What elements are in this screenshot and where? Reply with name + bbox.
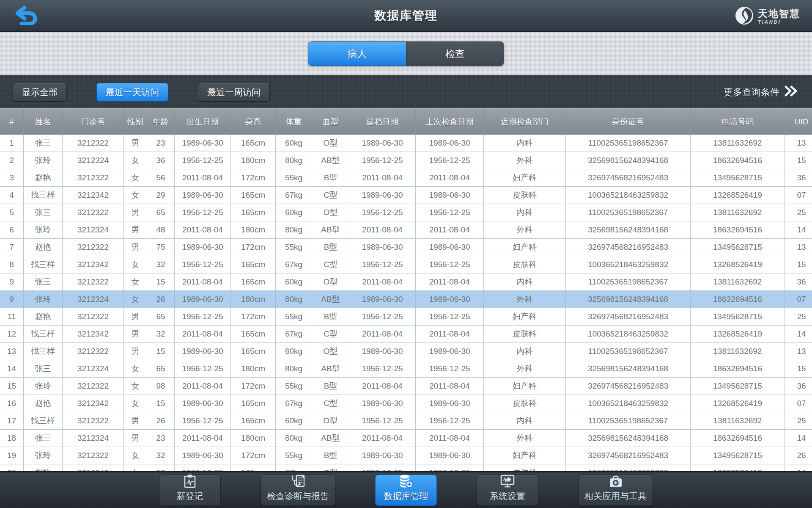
monitor-gear-icon [500,474,515,488]
cell-height: 180cm [231,430,276,447]
cell-recent-exam-dept: 外科 [484,360,566,378]
cell-record-date: 1989-06-30 [349,187,416,204]
cell-weight: 60kg [276,135,312,152]
cell-gender: 女 [124,360,147,378]
cell-birth-date: 1956-12-25 [175,204,231,221]
column-header-id-number: 身份证号 [566,109,691,135]
table-row[interactable]: 12找三样3212342男322011-08-04165cm67kgC型2011… [0,326,812,343]
cell-blood-type: C型 [312,256,349,273]
cell-weight: 55kg [276,169,312,187]
cell-age: 15 [147,343,175,360]
cell-gender: 女 [124,291,147,308]
cell-outpatient-no: 3212342 [63,256,124,273]
cell-blood-type: O型 [312,273,349,291]
cell-age: 26 [147,412,175,430]
cell-blood-type: C型 [312,187,349,204]
nav-label: 新登记 [177,490,203,502]
filter-last-day-button[interactable]: 最近一天访问 [96,83,168,102]
cell-outpatient-no: 3212342 [63,326,124,343]
table-row[interactable]: 19张玲3212322女321989-06-30172cm55kgB型1989-… [0,447,812,464]
cell-name: 找三样 [24,256,63,273]
table-row[interactable]: 11赵艳3212322男651956-12-25172cm55kgB型1956-… [0,308,812,326]
more-query-conditions-link[interactable]: 更多查询条件 [724,76,798,108]
cell-gender: 男 [124,412,147,430]
filter-show-all-button[interactable]: 显示全部 [13,83,67,102]
cell-name: 张三 [24,430,63,447]
cell-gender: 女 [124,152,147,169]
cell-name: 找三样 [24,326,63,343]
table-row[interactable]: 6张玲3212324男482011-08-04180cm80kgAB型2011-… [0,221,812,239]
cell-blood-type: O型 [312,412,349,430]
cell-age: 65 [147,308,175,326]
cell-id-number: 100365218463259832 [566,187,691,204]
column-header-recent-exam-dept: 近期检查部门 [484,109,566,135]
nav-related-apps-tools-button[interactable]: 相关应用与工具 [578,475,653,506]
tab-examination[interactable]: 检查 [406,42,504,66]
cell-id-number: 100365218463259832 [566,256,691,273]
column-header-gender: 性别 [124,109,147,135]
cell-weight: 80kg [276,291,312,308]
filter-last-week-button[interactable]: 最近一周访问 [198,83,270,102]
cell-index: 5 [0,204,24,221]
cell-height: 165cm [231,204,276,221]
cell-blood-type: C型 [312,326,349,343]
cell-name: 张三 [24,360,63,378]
table-row[interactable]: 17找三样3212322男261956-12-25165cm60kgO型1956… [0,412,812,430]
cell-height: 165cm [231,135,276,152]
cell-phone-number: 18632694516 [691,360,785,378]
cell-recent-exam-dept: 内科 [484,135,566,152]
table-row-selected[interactable]: 9张玲3212324女261989-06-30180cm80kgAB型1989-… [0,291,812,308]
cell-outpatient-no: 3212322 [63,343,124,360]
table-row[interactable]: 14张三3212324女651956-12-25180cm80kgAB型1956… [0,360,812,378]
table-row[interactable]: 8找三样3212342女321956-12-25165cm67kgC型1956-… [0,256,812,273]
table-row[interactable]: 5张三3212322男651956-12-25165cm60kgO型1956-1… [0,204,812,221]
back-button[interactable] [14,6,38,26]
cell-record-date: 2011-08-04 [349,378,416,395]
table-row[interactable]: 4找三样3212342女291989-06-30165cm67kgC型1989-… [0,187,812,204]
cell-uid: 13 [785,135,812,152]
nav-new-registration-button[interactable]: 新登记 [159,475,221,506]
nav-label: 系统设置 [490,490,525,502]
table-row[interactable]: 3赵艳3212322女562011-08-04172cm55kgB型2011-0… [0,169,812,187]
cell-birth-date: 2011-08-04 [175,326,231,343]
nav-exam-diagnosis-report-button[interactable]: 检查诊断与报告 [261,475,335,506]
cell-phone-number: 13811632692 [691,135,785,152]
cell-birth-date: 2011-08-04 [175,169,231,187]
cell-age: 36 [147,152,175,169]
cell-index: 19 [0,447,24,464]
table-row[interactable]: 7赵艳3212322男751989-06-30172cm55kgB型1989-0… [0,239,812,256]
table-row[interactable]: 13找三样3212322男151989-06-30165cm60kgO型1989… [0,343,812,360]
table-body: 1张三3212322男231989-06-30165cm60kgO型1989-0… [0,135,812,482]
cell-birth-date: 1989-06-30 [175,239,231,256]
cell-weight: 60kg [276,273,312,291]
brand-logo-text: 天地智慧 TIANDI [758,9,800,25]
table-row[interactable]: 2张玲3212324女361956-12-25180cm80kgAB型1956-… [0,152,812,169]
cell-age: 65 [147,204,175,221]
table-row[interactable]: 15张玲3212322女982011-08-04172cm55kgB型2011-… [0,378,812,395]
cell-weight: 60kg [276,343,312,360]
cell-age: 32 [147,447,175,464]
cell-uid: 14 [785,430,812,447]
table-row[interactable]: 18张三3212324男232011-08-04180cm80kgAB型2011… [0,430,812,447]
cell-uid: 07 [785,395,812,412]
cell-outpatient-no: 3212324 [63,291,124,308]
cell-index: 16 [0,395,24,412]
table-row[interactable]: 16赵艳3212342女151989-06-30165cm67kgC型1989-… [0,395,812,412]
cell-id-number: 326974568216952483 [566,308,691,326]
cell-last-exam-date: 1989-06-30 [416,291,484,308]
nav-database-management-button[interactable]: 数据库管理 [375,475,437,506]
nav-system-settings-button[interactable]: 系统设置 [477,475,538,506]
cell-index: 2 [0,152,24,169]
cell-outpatient-no: 3212322 [63,308,124,326]
table-row[interactable]: 1张三3212322男231989-06-30165cm60kgO型1989-0… [0,135,812,152]
cell-record-date: 1989-06-30 [349,239,416,256]
table-row[interactable]: 9张三3212322女152011-08-04165cm60kgO型2011-0… [0,273,812,291]
medical-bag-icon [609,475,623,488]
cell-outpatient-no: 3212322 [63,169,124,187]
cell-record-date: 1989-06-30 [349,343,416,360]
cell-outpatient-no: 3212324 [63,221,124,239]
bottom-nav-bar: 新登记 检查诊断与报告 [0,471,812,508]
cell-outpatient-no: 3212322 [63,273,124,291]
tab-patient[interactable]: 病人 [308,42,406,66]
cell-name: 赵艳 [24,239,63,256]
